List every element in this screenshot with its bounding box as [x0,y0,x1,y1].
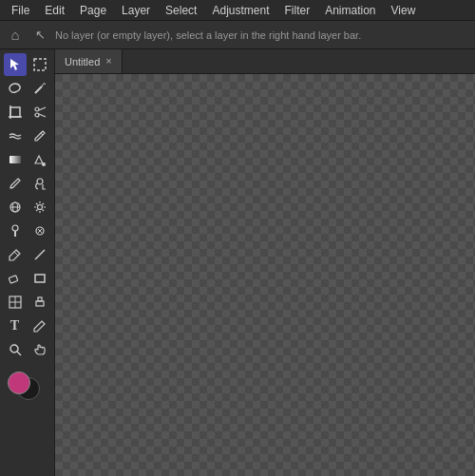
lasso-tool[interactable] [4,77,27,100]
svg-marker-0 [10,59,19,70]
foreground-color-swatch[interactable] [8,371,30,394]
menu-bar: File Edit Page Layer Select Adjustment F… [0,0,475,21]
tool-row-13 [2,338,52,361]
tool-row-10 [2,267,52,290]
toolbox: T [0,49,55,476]
svg-line-34 [17,352,21,355]
smudge-tool[interactable] [4,124,27,147]
line-tool[interactable] [28,243,51,266]
canvas-content[interactable] [55,74,475,476]
svg-line-3 [42,84,44,86]
menu-adjustment[interactable]: Adjustment [204,2,276,19]
svg-point-9 [35,113,39,117]
svg-point-15 [37,179,43,184]
svg-line-23 [14,252,18,256]
marquee-tool[interactable] [28,53,51,76]
magic-wand-tool[interactable] [28,77,51,100]
paint-bucket-tool[interactable] [28,148,51,171]
svg-rect-5 [10,107,20,117]
options-bar: ⌂ ↖ No layer (or empty layer), select a … [0,21,475,49]
tool-row-9 [2,243,52,266]
rectangle-tool[interactable] [28,267,51,290]
globe-tool[interactable] [4,196,27,219]
canvas-tab-label: Untitled [65,56,100,67]
stamp-tool[interactable] [28,291,51,314]
svg-line-24 [35,250,45,259]
tool-row-12: T [2,314,52,337]
tool-row-8 [2,219,52,242]
settings2-tool[interactable] [28,219,51,242]
canvas-tab[interactable]: Untitled × [55,49,123,73]
svg-line-12 [41,133,43,135]
tool-row-3 [2,101,52,124]
menu-filter[interactable]: Filter [276,2,317,19]
menu-select[interactable]: Select [158,2,204,19]
gear-tool[interactable] [28,196,51,219]
pen-tool[interactable] [4,243,27,266]
svg-point-19 [37,205,42,210]
menu-animation[interactable]: Animation [317,2,383,19]
svg-point-33 [10,345,18,352]
tool-row-4 [2,124,52,147]
canvas-area: Untitled × [55,49,475,476]
tool-row-5 [2,148,52,171]
tab-close-button[interactable]: × [105,56,111,67]
tool-row-2 [2,77,52,100]
menu-layer[interactable]: Layer [114,2,158,19]
eyedropper2-tool[interactable] [28,124,51,147]
eraser-tool[interactable] [4,267,27,290]
svg-rect-26 [35,275,45,282]
gradient-tool[interactable] [4,148,27,171]
svg-line-2 [35,86,42,93]
svg-rect-25 [9,276,18,283]
svg-line-4 [44,83,46,85]
menu-edit[interactable]: Edit [37,2,72,19]
select-arrow-tool[interactable] [4,53,27,76]
scissors-tool[interactable] [28,101,51,124]
tab-bar: Untitled × [55,49,475,74]
tool-row-6 [2,172,52,195]
menu-page[interactable]: Page [72,2,114,19]
pencil-tool[interactable] [28,314,51,337]
tool-row-11 [2,291,52,314]
options-message: No layer (or empty layer), select a laye… [55,29,361,41]
crop-tool[interactable] [4,101,27,124]
tool-row-1 [2,53,52,76]
hand-tool[interactable] [28,338,51,361]
color-swatches [2,368,52,406]
svg-line-10 [39,107,46,110]
svg-line-11 [39,114,46,117]
type-tool[interactable]: T [4,314,27,337]
clone-stamp-tool[interactable] [28,172,51,195]
svg-rect-1 [34,59,46,70]
dodge-tool[interactable] [4,219,27,242]
zoom-tool[interactable] [4,338,27,361]
menu-view[interactable]: View [384,2,424,19]
svg-point-20 [12,225,18,231]
tool-row-7 [2,196,52,219]
svg-rect-31 [38,297,42,301]
home-icon[interactable]: ⌂ [6,26,25,45]
svg-point-8 [35,107,39,111]
menu-file[interactable]: File [4,2,37,19]
main-layout: T Untitled × [0,49,475,476]
slice-tool[interactable] [4,291,27,314]
svg-rect-30 [36,301,44,306]
brush-tool[interactable] [4,172,27,195]
svg-rect-13 [10,156,21,163]
svg-point-14 [42,162,46,166]
svg-line-32 [42,321,45,324]
cursor-icon[interactable]: ↖ [30,26,49,45]
